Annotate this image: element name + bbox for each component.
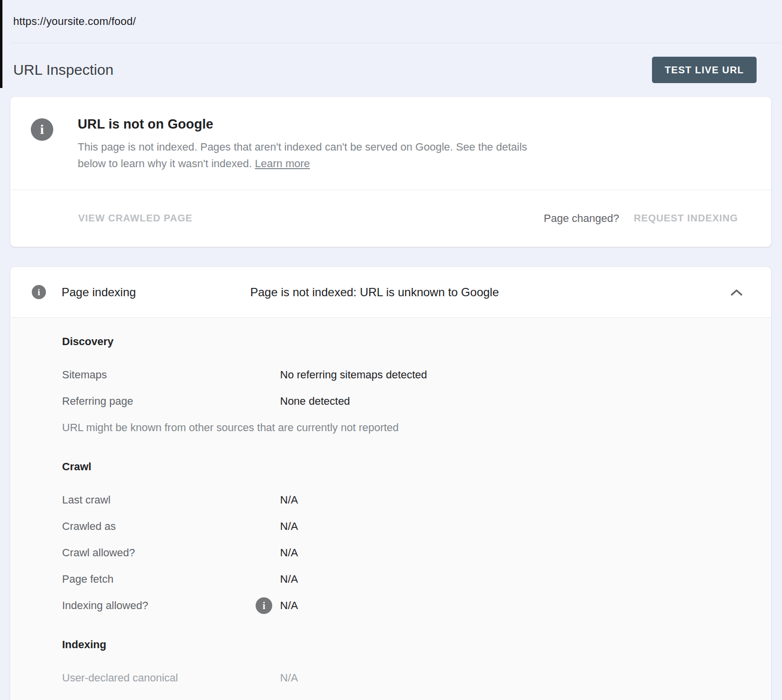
status-actions: VIEW CRAWLED PAGE Page changed? REQUEST … <box>10 190 771 246</box>
url-search-bar[interactable]: https://yoursite.com/food/ <box>0 0 782 43</box>
row-value: None detected <box>280 395 350 408</box>
section-heading: Indexing <box>62 633 752 657</box>
row-value: No referring sitemaps detected <box>280 369 427 381</box>
detail-row-page-fetch: Page fetch N/A <box>62 566 752 592</box>
row-value: N/A <box>280 547 298 559</box>
page-header: URL Inspection TEST LIVE URL <box>0 43 782 97</box>
row-label: Referring page <box>62 395 133 408</box>
row-label: Page fetch <box>62 573 113 586</box>
page-title: URL Inspection <box>13 62 113 78</box>
page-indexing-header[interactable]: i Page indexing Page is not indexed: URL… <box>10 267 771 317</box>
learn-more-link[interactable]: Learn more <box>255 157 310 170</box>
row-label: Crawled as <box>62 520 116 533</box>
row-label: User-declared canonical <box>62 672 178 684</box>
inspected-url-input[interactable]: https://yoursite.com/food/ <box>13 15 136 28</box>
info-icon: i <box>32 285 46 299</box>
detail-row-user-declared-canonical: User-declared canonical N/A <box>62 665 752 691</box>
section-heading: Discovery <box>62 329 752 354</box>
detail-row-indexing-allowed: Indexing allowed? i N/A <box>62 592 752 619</box>
detail-row-sitemaps: Sitemaps No referring sitemaps detected <box>62 362 752 388</box>
row-label: Last crawl <box>62 494 110 506</box>
request-indexing-button[interactable]: REQUEST INDEXING <box>634 213 738 224</box>
row-value: N/A <box>280 573 298 586</box>
test-live-url-button[interactable]: TEST LIVE URL <box>652 57 757 83</box>
discovery-section: Discovery Sitemaps No referring sitemaps… <box>62 329 752 441</box>
page-indexing-title: Page indexing <box>46 285 250 299</box>
status-title: URL is not on Google <box>78 117 557 132</box>
info-icon: i <box>31 118 53 141</box>
detail-row-crawl-allowed: Crawl allowed? N/A <box>62 540 752 566</box>
detail-row-crawled-as: Crawled as N/A <box>62 513 752 540</box>
row-value: N/A <box>280 599 298 612</box>
row-value: N/A <box>280 672 298 684</box>
view-crawled-page-button[interactable]: VIEW CRAWLED PAGE <box>78 213 193 224</box>
status-description: This page is not indexed. Pages that are… <box>78 139 557 172</box>
page-indexing-status: Page is not indexed: URL is unknown to G… <box>250 285 730 299</box>
info-icon-glyph: i <box>38 288 40 297</box>
chevron-up-icon[interactable] <box>730 288 743 296</box>
status-texts: URL is not on Google This page is not in… <box>53 117 557 172</box>
info-icon-glyph: i <box>262 601 265 611</box>
row-value: N/A <box>280 520 298 533</box>
crawl-section: Crawl Last crawl N/A Crawled as N/A Craw… <box>62 455 752 619</box>
detail-row-referring-page: Referring page None detected <box>62 388 752 415</box>
url-inspection-page: https://yoursite.com/food/ URL Inspectio… <box>0 0 782 700</box>
row-value: N/A <box>280 494 298 506</box>
discovery-note: URL might be known from other sources th… <box>62 415 752 441</box>
info-icon[interactable]: i <box>256 597 272 614</box>
status-card: i URL is not on Google This page is not … <box>10 97 771 247</box>
section-heading: Crawl <box>62 455 752 479</box>
page-changed-label: Page changed? <box>544 212 619 225</box>
page-indexing-card: i Page indexing Page is not indexed: URL… <box>10 267 771 700</box>
row-label: Indexing allowed? <box>62 599 148 612</box>
indexing-section: Indexing User-declared canonical N/A <box>62 633 752 691</box>
info-icon-glyph: i <box>40 123 44 136</box>
detail-row-last-crawl: Last crawl N/A <box>62 487 752 513</box>
status-card-body: i URL is not on Google This page is not … <box>10 97 771 190</box>
row-label: Sitemaps <box>62 369 107 381</box>
row-label: Crawl allowed? <box>62 547 135 559</box>
status-actions-right: Page changed? REQUEST INDEXING <box>544 212 738 225</box>
page-indexing-details: Discovery Sitemaps No referring sitemaps… <box>10 318 771 700</box>
